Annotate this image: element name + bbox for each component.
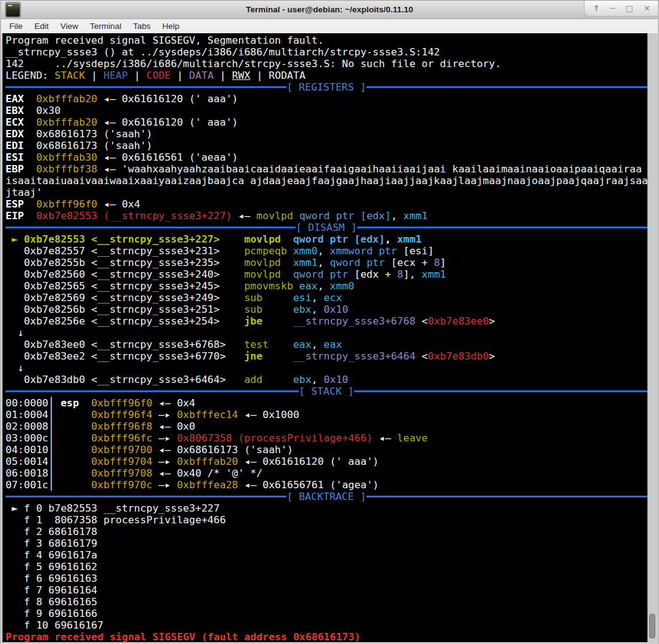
- terminal-line: 0xb7e82565 <__strncpy_ssse3+245> pmovmsk…: [6, 280, 647, 292]
- terminal-line: 0xb7e82569 <__strncpy_ssse3+249> sub esi…: [6, 292, 647, 304]
- terminal-line: 0xb7e83db0 <__strncpy_ssse3+6464> add eb…: [6, 374, 647, 385]
- terminal-line: EDX 0x68616173 ('saah'): [6, 128, 647, 140]
- terminal-line: 01:0004│ 0xbfff96f4 —▸ 0xbfffec14 ◂— 0x1…: [6, 409, 647, 421]
- terminal-line: 0xb7e83ee2 <__strncpy_ssse3+6770> jne __…: [6, 350, 647, 362]
- terminal-line: 0xb7e82560 <__strncpy_ssse3+240> movlpd …: [6, 268, 647, 280]
- terminal-line: f 8 69616165: [6, 596, 647, 608]
- terminal-line: 02:0008│ 0xbfff96f8 ◂— 0x0: [6, 421, 647, 432]
- terminal-line: Program received signal SIGSEGV, Segment…: [6, 34, 647, 46]
- window-title: Terminal - user@debian: ~/exploits/0.11.…: [75, 1, 584, 18]
- terminal-line: ↓: [6, 327, 647, 339]
- terminal-line: 0xb7e8256b <__strncpy_ssse3+251> sub ebx…: [6, 304, 647, 315]
- minimize-button[interactable]: ─: [610, 1, 615, 16]
- close-button[interactable]: ✕: [644, 1, 650, 16]
- terminal-line: EIP 0xb7e82553 (__strncpy_ssse3+227) ◂— …: [6, 210, 647, 222]
- menu-item-help[interactable]: Help: [163, 22, 180, 31]
- terminal-line: EDI 0x68616173 ('saah'): [6, 140, 647, 151]
- terminal-line: 0xb7e8256e <__strncpy_ssse3+254> jbe __s…: [6, 315, 647, 327]
- terminal-line: f 3 68616179: [6, 537, 647, 549]
- shade-button[interactable]: ↑: [593, 1, 600, 16]
- terminal-line: f 7 69616164: [6, 584, 647, 596]
- terminal-line: 142 ../sysdeps/i386/i686/multiarch/strcp…: [6, 58, 647, 70]
- terminal-line: Program received signal SIGSEGV (fault a…: [6, 631, 647, 642]
- terminal-line: jtaaj': [6, 187, 647, 198]
- window-buttons: ↑─□✕: [584, 1, 658, 17]
- terminal-line: ► f 0 b7e82553 __strncpy_ssse3+227: [6, 502, 647, 514]
- section-header-registers: [ REGISTERS ]: [6, 81, 647, 93]
- terminal-line: f 10 69616167: [6, 619, 647, 631]
- terminal-line: ESP 0xbfff96f0 ◂— 0x4: [6, 198, 647, 210]
- terminal-screen[interactable]: Program received signal SIGSEGV, Segment…: [2, 33, 647, 642]
- terminal-line: 07:001c│ 0xbfff970c —▸ 0xbfffea28 ◂— 0x6…: [6, 479, 647, 491]
- terminal-line: ECX 0xbfffab20 ◂— 0x61616120 (' aaa'): [6, 116, 647, 128]
- menu-item-view[interactable]: View: [60, 22, 78, 31]
- terminal-line: ESI 0xbfffab30 ◂— 0x61616561 ('aeaa'): [6, 151, 647, 163]
- terminal-area: Program received signal SIGSEGV, Segment…: [2, 33, 657, 642]
- terminal-line: 03:000c│ 0xbfff96fc —▸ 0x8067358 (proces…: [6, 432, 647, 444]
- terminal-line: ↓: [6, 362, 647, 374]
- terminal-line: 04:0010│ 0xbfff9700 ◂— 0x68616173 ('saah…: [6, 444, 647, 456]
- terminal-line: f 2 68616178: [6, 526, 647, 537]
- terminal-line: isaaitaaiuaaivaaiwaaixaaiyaaizaajbaajca …: [6, 175, 647, 187]
- section-header-stack: [ STACK ]: [6, 385, 647, 397]
- terminal-line: 06:0018│ 0xbfff9708 ◂— 0x40 /* '@' */: [6, 467, 647, 479]
- terminal-line: f 1 8067358 processPrivilage+466: [6, 514, 647, 526]
- scrollbar-track[interactable]: [647, 33, 657, 642]
- menu-item-edit[interactable]: Edit: [34, 22, 49, 31]
- terminal-line: 00:0000│ esp 0xbfff96f0 ◂— 0x4: [6, 397, 647, 409]
- terminal-line: EBX 0x30: [6, 105, 647, 116]
- scrollbar-thumb[interactable]: [649, 614, 655, 638]
- maximize-button[interactable]: □: [626, 1, 633, 16]
- menu-item-terminal[interactable]: Terminal: [90, 22, 121, 31]
- menu-item-file[interactable]: File: [9, 22, 23, 31]
- terminal-line: f 6 69616163: [6, 573, 647, 584]
- titlebar: Terminal - user@debian: ~/exploits/0.11.…: [1, 1, 658, 19]
- terminal-line: __strncpy_ssse3 () at ../sysdeps/i386/i6…: [6, 46, 647, 58]
- terminal-line: f 4 6961617a: [6, 549, 647, 561]
- terminal-icon: [5, 2, 21, 18]
- section-header-backtrace: [ BACKTRACE ]: [6, 491, 647, 502]
- terminal-line: 05:0014│ 0xbfff9704 —▸ 0xbfffab20 ◂— 0x6…: [6, 456, 647, 467]
- terminal-line: ► 0xb7e82553 <__strncpy_ssse3+227> movlp…: [6, 233, 647, 245]
- terminal-line: LEGEND: STACK | HEAP | CODE | DATA | RWX…: [6, 70, 647, 81]
- terminal-line: EAX 0xbfffab20 ◂— 0x61616120 (' aaa'): [6, 93, 647, 105]
- terminal-line: f 5 69616162: [6, 561, 647, 573]
- section-header-disasm: [ DISASM ]: [6, 222, 647, 233]
- terminal-line: 0xb7e83ee0 <__strncpy_ssse3+6768> test e…: [6, 339, 647, 350]
- terminal-line: EBP 0xbfffbf38 ◂— 'waahxaahyaahzaaibaaic…: [6, 163, 647, 175]
- terminal-window: Terminal - user@debian: ~/exploits/0.11.…: [0, 0, 659, 644]
- menubar: FileEditViewTerminalTabsHelp: [1, 19, 658, 33]
- terminal-line: f 9 69616166: [6, 608, 647, 619]
- terminal-line: 0xb7e82557 <__strncpy_ssse3+231> pcmpeqb…: [6, 245, 647, 257]
- menu-item-tabs[interactable]: Tabs: [133, 22, 151, 31]
- terminal-line: 0xb7e8255b <__strncpy_ssse3+235> movlpd …: [6, 257, 647, 268]
